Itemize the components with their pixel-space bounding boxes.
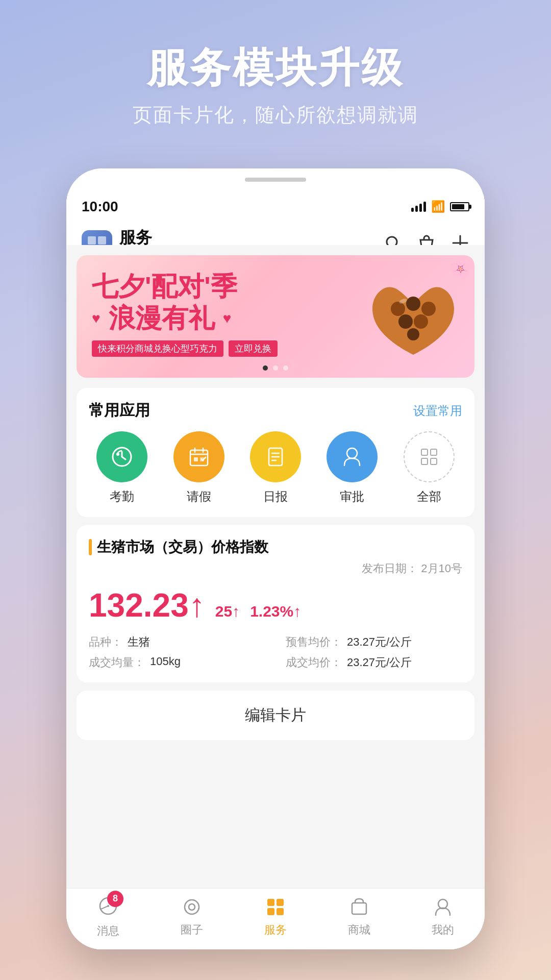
battery-icon xyxy=(450,202,469,211)
common-apps-section: 常用应用 设置常用 考勤 xyxy=(77,388,474,517)
daily-label: 日报 xyxy=(263,488,288,505)
market-title: 生猪市场（交易）价格指数 xyxy=(97,537,268,557)
flower-decoration: 🌸 xyxy=(449,258,472,279)
nav-label-shop: 商城 xyxy=(348,922,370,938)
banner-sub-text: 快来积分商城兑换心型巧克力 xyxy=(92,340,223,357)
daily-icon xyxy=(250,431,301,482)
svg-rect-21 xyxy=(194,457,198,461)
approval-label: 审批 xyxy=(340,488,364,505)
svg-rect-30 xyxy=(421,458,428,464)
banner-title-line2: 浪漫有礼 xyxy=(109,302,215,334)
all-icon xyxy=(404,431,455,482)
section-header: 常用应用 设置常用 xyxy=(89,400,462,421)
nav-label-service: 服务 xyxy=(264,922,287,938)
leave-icon xyxy=(173,431,224,482)
attendance-icon xyxy=(96,431,147,482)
nav-item-shop[interactable]: 商城 xyxy=(348,896,370,938)
banner-dot-1 xyxy=(263,365,268,371)
market-detail-volume: 成交均量： 105kg xyxy=(89,655,265,670)
banner-dots xyxy=(263,365,288,371)
set-common-action[interactable]: 设置常用 xyxy=(413,403,462,419)
svg-rect-28 xyxy=(421,449,428,455)
banner-dot-3 xyxy=(283,365,288,371)
market-detail-breed: 品种： 生猪 xyxy=(89,634,265,650)
svg-rect-31 xyxy=(431,458,437,464)
market-detail-deal: 成交均价： 23.27元/公斤 xyxy=(286,655,462,670)
svg-point-11 xyxy=(398,314,413,329)
svg-point-16 xyxy=(116,453,119,456)
scroll-area[interactable]: 七夕'配对'季 ♥ 浪漫有礼 ♥ 快来积分商城兑换心型巧克力 立即兑换 xyxy=(66,245,485,888)
service-icon xyxy=(264,896,287,918)
svg-rect-0 xyxy=(88,236,96,244)
market-details: 品种： 生猪 预售均价： 23.27元/公斤 成交均量： 105kg 成交均价：… xyxy=(89,634,462,670)
phone-frame: 10:00 📶 xyxy=(66,168,485,949)
approval-icon xyxy=(327,431,378,482)
nav-label-message: 消息 xyxy=(97,923,119,939)
attendance-label: 考勤 xyxy=(110,488,134,505)
svg-point-8 xyxy=(391,302,405,316)
nav-item-message[interactable]: 8 消息 xyxy=(97,895,119,939)
status-icons: 📶 xyxy=(411,200,469,213)
market-change-points: 25↑ xyxy=(215,603,240,620)
nav-label-circle: 圈子 xyxy=(181,922,203,938)
promo-title: 服务模块升级 xyxy=(0,41,551,96)
svg-point-42 xyxy=(438,899,447,909)
banner-badge: 快来积分商城兑换心型巧克力 立即兑换 xyxy=(92,340,278,357)
svg-point-36 xyxy=(189,904,195,910)
market-detail-presell: 预售均价： 23.27元/公斤 xyxy=(286,634,462,650)
svg-rect-41 xyxy=(352,903,366,914)
market-indicator xyxy=(89,539,92,555)
edit-card-button[interactable]: 编辑卡片 xyxy=(77,691,474,740)
svg-rect-1 xyxy=(98,236,106,244)
promo-subtitle: 页面卡片化，随心所欲想调就调 xyxy=(0,102,551,128)
app-screen: 10:00 📶 xyxy=(66,194,485,949)
svg-line-34 xyxy=(101,906,108,909)
mine-icon xyxy=(432,896,454,918)
banner-action-btn[interactable]: 立即兑换 xyxy=(229,340,278,357)
app-item-approval[interactable]: 审批 xyxy=(327,431,378,505)
shop-icon xyxy=(348,896,370,918)
market-price: 132.23↑ xyxy=(89,586,205,624)
nav-item-circle[interactable]: 圈子 xyxy=(181,896,203,938)
circle-icon xyxy=(181,896,203,918)
leave-label: 请假 xyxy=(187,488,211,505)
message-badge: 8 xyxy=(107,891,123,907)
all-label: 全部 xyxy=(417,488,441,505)
svg-rect-39 xyxy=(267,908,274,915)
banner-heart-right: ♥ xyxy=(223,310,232,327)
apps-grid: 考勤 xyxy=(89,431,462,505)
svg-point-9 xyxy=(406,297,420,311)
section-title: 常用应用 xyxy=(89,400,150,421)
app-item-attendance[interactable]: 考勤 xyxy=(96,431,147,505)
app-item-leave[interactable]: 请假 xyxy=(173,431,224,505)
market-change-percent: 1.23%↑ xyxy=(250,603,301,620)
app-item-all[interactable]: 全部 xyxy=(404,431,455,505)
signal-icon xyxy=(411,202,426,212)
banner-title-line1: 七夕'配对'季 xyxy=(92,271,278,302)
banner-heart-left: ♥ xyxy=(92,310,101,327)
nav-item-mine[interactable]: 我的 xyxy=(432,896,454,938)
status-bar: 10:00 📶 xyxy=(66,194,485,219)
bottom-nav: 8 消息 圈子 服务 xyxy=(66,888,485,949)
svg-point-12 xyxy=(414,314,428,329)
svg-point-10 xyxy=(421,302,436,316)
banner-area[interactable]: 七夕'配对'季 ♥ 浪漫有礼 ♥ 快来积分商城兑换心型巧克力 立即兑换 xyxy=(77,255,474,378)
svg-rect-40 xyxy=(277,908,284,915)
svg-point-27 xyxy=(347,448,357,458)
market-title-row: 生猪市场（交易）价格指数 xyxy=(89,537,462,557)
svg-rect-37 xyxy=(267,899,274,906)
market-price-row: 132.23↑ 25↑ 1.23%↑ xyxy=(89,586,462,624)
svg-rect-38 xyxy=(277,899,284,906)
nav-item-service[interactable]: 服务 xyxy=(264,896,287,938)
nav-label-mine: 我的 xyxy=(432,922,454,938)
banner-dot-2 xyxy=(273,365,278,371)
svg-point-13 xyxy=(407,328,419,340)
svg-point-35 xyxy=(185,900,199,914)
app-item-daily[interactable]: 日报 xyxy=(250,431,301,505)
market-card[interactable]: 生猪市场（交易）价格指数 发布日期： 2月10号 132.23↑ 25↑ 1.2… xyxy=(77,525,474,682)
wifi-icon: 📶 xyxy=(431,200,445,213)
banner-content: 七夕'配对'季 ♥ 浪漫有礼 ♥ 快来积分商城兑换心型巧克力 立即兑换 xyxy=(92,271,278,357)
status-time: 10:00 xyxy=(82,199,118,215)
market-date: 发布日期： 2月10号 xyxy=(89,561,462,576)
phone-notch xyxy=(245,178,306,182)
